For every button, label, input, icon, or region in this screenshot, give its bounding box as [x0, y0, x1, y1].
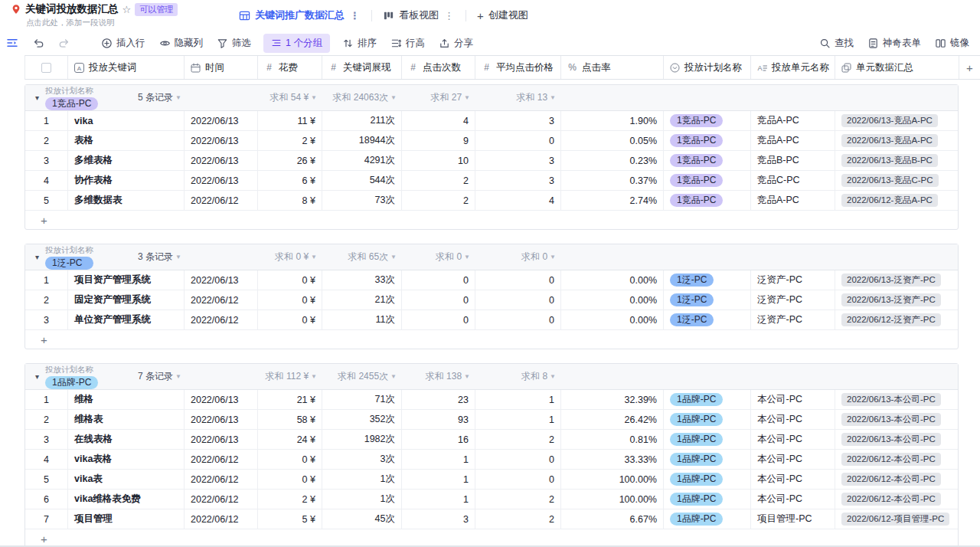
number-cell[interactable]: 4	[402, 111, 475, 130]
number-cell[interactable]: 18944次	[322, 131, 402, 150]
select-all-checkbox[interactable]	[41, 63, 51, 73]
number-cell[interactable]: 1	[475, 390, 561, 409]
table-row[interactable]: 2固定资产管理系统2022/06/120 ¥21次000.00%1泛-PC泛资产…	[25, 290, 958, 310]
plan-cell[interactable]: 1品牌-PC	[664, 509, 751, 529]
summary-cell[interactable]: 2022/06/13-竞品A-PC	[835, 111, 959, 130]
unit-cell[interactable]: 本公司-PC	[751, 430, 835, 449]
keyword-cell[interactable]: vika表格	[68, 450, 185, 469]
unit-cell[interactable]: 本公司-PC	[751, 470, 835, 489]
summary-cell[interactable]: 2022/06/13-本公司-PC	[835, 390, 959, 409]
keyword-cell[interactable]: 单位资产管理系统	[68, 310, 185, 329]
number-cell[interactable]: 11次	[322, 310, 402, 329]
number-cell[interactable]: 71次	[322, 390, 402, 409]
number-cell[interactable]: 5 ¥	[258, 509, 322, 529]
plan-cell[interactable]: 1竞品-PC	[664, 171, 751, 190]
collapse-icon[interactable]: ▾	[35, 253, 39, 261]
keyword-cell[interactable]: 表格	[68, 131, 185, 150]
date-cell[interactable]: 2022/06/13	[185, 410, 258, 429]
keyword-cell[interactable]: 维格表	[68, 410, 185, 429]
magic-form-button[interactable]: 神奇表单	[866, 34, 923, 52]
number-cell[interactable]: 23	[402, 390, 475, 409]
number-cell[interactable]: 3	[402, 509, 475, 529]
number-cell[interactable]: 11 ¥	[258, 111, 322, 130]
table-row[interactable]: 3单位资产管理系统2022/06/120 ¥11次000.00%1泛-PC泛资产…	[25, 310, 958, 330]
summary-cell[interactable]: 2022/06/13-泛资产-PC	[835, 270, 959, 290]
unit-cell[interactable]: 本公司-PC	[751, 390, 835, 409]
number-cell[interactable]: 0	[475, 310, 561, 329]
create-view-button[interactable]: + 创建视图	[469, 0, 536, 31]
number-cell[interactable]: 0.81%	[561, 430, 664, 449]
plan-cell[interactable]: 1品牌-PC	[664, 390, 751, 409]
date-cell[interactable]: 2022/06/12	[185, 450, 258, 469]
date-cell[interactable]: 2022/06/13	[185, 390, 258, 409]
plan-cell[interactable]: 1竞品-PC	[664, 111, 751, 130]
mirror-button[interactable]: 镜像	[933, 34, 971, 52]
add-row-button[interactable]: +	[25, 211, 958, 229]
table-row[interactable]: 7项目管理2022/06/125 ¥45次326.67%1品牌-PC项目管理-P…	[25, 509, 958, 529]
summary-cell[interactable]: 2022/06/12-本公司-PC	[835, 450, 959, 469]
number-cell[interactable]: 6.67%	[561, 509, 664, 529]
favorite-star-icon[interactable]: ☆	[122, 4, 132, 15]
unit-cell[interactable]: 泛资产-PC	[751, 270, 835, 290]
unit-cell[interactable]: 泛资产-PC	[751, 290, 835, 310]
number-cell[interactable]: 58 ¥	[258, 410, 322, 429]
number-cell[interactable]: 544次	[322, 171, 402, 190]
keyword-cell[interactable]: vika	[68, 111, 185, 130]
date-cell[interactable]: 2022/06/12	[185, 191, 258, 210]
plan-cell[interactable]: 1泛-PC	[664, 270, 751, 290]
description-placeholder[interactable]: 点击此处，添加一段说明	[11, 18, 231, 28]
number-cell[interactable]: 0.00%	[561, 270, 664, 290]
undo-button[interactable]	[31, 35, 46, 51]
group-summary[interactable]: 求和 0▼	[402, 244, 475, 270]
hide-fields-button[interactable]: 隐藏列	[158, 34, 205, 52]
group-summary[interactable]: 求和 0▼	[475, 244, 561, 270]
number-cell[interactable]: 0 ¥	[258, 270, 322, 290]
group-button[interactable]: 1 个分组	[263, 34, 330, 53]
date-cell[interactable]: 2022/06/13	[185, 151, 258, 170]
number-cell[interactable]: 2	[402, 191, 475, 210]
group-summary[interactable]: 求和 13▼	[475, 85, 561, 110]
table-row[interactable]: 5vika表2022/06/120 ¥1次10100.00%1品牌-PC本公司-…	[25, 470, 958, 490]
table-row[interactable]: 2维格表2022/06/1358 ¥352次93126.42%1品牌-PC本公司…	[25, 410, 958, 430]
unit-cell[interactable]: 竞品B-PC	[751, 151, 835, 170]
column-header-unit[interactable]: A 投放单元名称	[751, 56, 835, 79]
keyword-cell[interactable]: 固定资产管理系统	[68, 290, 185, 310]
plan-cell[interactable]: 1品牌-PC	[664, 470, 751, 489]
number-cell[interactable]: 10	[402, 151, 475, 170]
number-cell[interactable]: 3	[475, 171, 561, 190]
unit-cell[interactable]: 泛资产-PC	[751, 310, 835, 329]
redo-button[interactable]	[57, 35, 72, 51]
tab-grid-view[interactable]: 关键词推广数据汇总 ⋮	[231, 0, 368, 31]
group-summary[interactable]: 求和 24063次▼	[322, 85, 402, 110]
date-cell[interactable]: 2022/06/12	[185, 470, 258, 489]
number-cell[interactable]: 0	[475, 131, 561, 150]
summary-cell[interactable]: 2022/06/13-本公司-PC	[835, 410, 959, 429]
number-cell[interactable]: 9	[402, 131, 475, 150]
date-cell[interactable]: 2022/06/12	[185, 310, 258, 329]
summary-cell[interactable]: 2022/06/13-泛资产-PC	[835, 290, 959, 310]
unit-cell[interactable]: 本公司-PC	[751, 410, 835, 429]
column-header-avg-price[interactable]: # 平均点击价格	[475, 56, 561, 79]
number-cell[interactable]: 3次	[322, 450, 402, 469]
number-cell[interactable]: 0	[402, 290, 475, 310]
table-row[interactable]: 1项目资产管理系统2022/06/130 ¥33次000.00%1泛-PC泛资产…	[25, 270, 958, 290]
keyword-cell[interactable]: vika表	[68, 470, 185, 489]
number-cell[interactable]: 3	[475, 111, 561, 130]
number-cell[interactable]: 16	[402, 430, 475, 449]
number-cell[interactable]: 1	[402, 490, 475, 509]
number-cell[interactable]: 3	[475, 151, 561, 170]
plan-cell[interactable]: 1品牌-PC	[664, 490, 751, 509]
number-cell[interactable]: 0	[475, 290, 561, 310]
group-summary[interactable]: 求和 138▼	[402, 364, 475, 389]
sidebar-toggle-button[interactable]	[5, 35, 20, 51]
date-cell[interactable]: 2022/06/13	[185, 270, 258, 290]
number-cell[interactable]: 0.00%	[561, 310, 664, 329]
add-column-button[interactable]: +	[959, 56, 980, 79]
number-cell[interactable]: 33次	[322, 270, 402, 290]
number-cell[interactable]: 0	[402, 310, 475, 329]
sort-button[interactable]: 排序	[341, 34, 378, 52]
summary-cell[interactable]: 2022/06/12-本公司-PC	[835, 490, 959, 509]
number-cell[interactable]: 1.90%	[561, 111, 664, 130]
table-row[interactable]: 6vika维格表免费2022/06/122 ¥1次12100.00%1品牌-PC…	[25, 490, 958, 509]
column-header-ctr[interactable]: % 点击率	[561, 56, 664, 79]
